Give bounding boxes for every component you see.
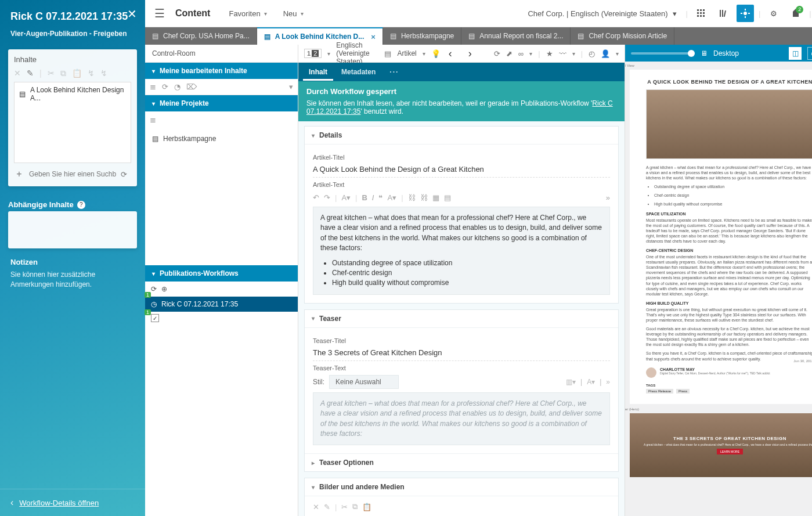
checkbox-checked-icon[interactable]: ✓ bbox=[151, 314, 159, 322]
teaser-header[interactable]: ▾Teaser bbox=[305, 310, 618, 328]
refresh-icon[interactable]: ⟳ bbox=[162, 82, 168, 91]
image-icon[interactable]: ▦ bbox=[432, 193, 439, 202]
editor-body[interactable]: ▾Details Artikel-Titel A Quick Look Behi… bbox=[298, 121, 625, 516]
globe-icon[interactable]: ⊕ bbox=[161, 285, 167, 293]
teaser-options-header[interactable]: ▸Teaser Optionen bbox=[305, 453, 618, 471]
reload-icon[interactable]: ⟳ bbox=[494, 49, 500, 58]
chevron-down-icon[interactable]: ▾ bbox=[289, 82, 293, 91]
copy-icon[interactable]: ⧉ bbox=[352, 502, 358, 511]
mode-full-icon[interactable]: ▭ bbox=[807, 47, 812, 60]
bulb-icon[interactable]: 💡 bbox=[431, 49, 441, 58]
article-text-area[interactable]: A great kitchen – what does that mean fo… bbox=[313, 207, 610, 295]
add-icon[interactable]: + bbox=[14, 169, 24, 179]
notes-hint[interactable]: Sie können hier zusätzliche Anmerkungen … bbox=[8, 270, 137, 290]
bold-icon[interactable]: B bbox=[362, 193, 367, 202]
new-dropdown[interactable]: Neu▾ bbox=[277, 6, 309, 21]
apps-icon[interactable] bbox=[692, 5, 710, 22]
details-header[interactable]: ▾Details bbox=[305, 127, 618, 145]
teaser-text-area[interactable]: A great kitchen – what does that mean fo… bbox=[313, 392, 610, 446]
control-room-title: Control-Room bbox=[145, 45, 298, 63]
workflow-details-link[interactable]: ‹ Workflow-Details öffnen bbox=[0, 489, 145, 516]
cut-icon[interactable]: ✂ bbox=[341, 503, 348, 511]
media-header[interactable]: ▾Bilder und andere Medien bbox=[305, 478, 618, 496]
tab-mission[interactable]: ▤Chef Corp Mission Article bbox=[571, 27, 674, 45]
nav-next-icon[interactable]: › bbox=[466, 48, 474, 60]
tab-content[interactable]: Inhalt bbox=[303, 63, 333, 81]
chevron-down-icon[interactable]: ▾ bbox=[327, 50, 330, 57]
timer-icon[interactable]: ◴ bbox=[589, 49, 595, 58]
open-icon[interactable]: ⬈ bbox=[506, 49, 513, 58]
quote-icon[interactable]: ❝ bbox=[378, 193, 382, 202]
table-icon[interactable]: ▤ bbox=[444, 193, 451, 202]
expand-icon[interactable]: » bbox=[606, 193, 610, 202]
close-icon[interactable]: ✕ bbox=[127, 7, 137, 21]
remove-icon[interactable]: ✕ bbox=[313, 503, 319, 511]
font-icon[interactable]: A▾ bbox=[587, 378, 595, 386]
library-icon[interactable] bbox=[714, 5, 732, 22]
close-tab-icon[interactable]: × bbox=[371, 33, 376, 41]
chevron-down-icon[interactable]: ▾ bbox=[529, 50, 532, 57]
link-icon[interactable]: ⛓ bbox=[408, 193, 416, 202]
chevron-down-icon[interactable]: ▾ bbox=[572, 50, 575, 57]
section-projects[interactable]: ▾Meine Projekte bbox=[145, 95, 298, 111]
hero-cta-button[interactable]: LEARN MORE bbox=[717, 449, 743, 454]
analytics-icon[interactable]: 〰 bbox=[559, 49, 566, 58]
author-bio: Digital Story Teller, Cat Mom, Dessert-N… bbox=[660, 371, 770, 375]
italic-icon[interactable]: I bbox=[372, 193, 374, 202]
help-icon[interactable]: ? bbox=[77, 201, 85, 209]
list-icon[interactable]: ≣ bbox=[150, 116, 156, 124]
tab-home[interactable]: ▤Chef Corp. USA Home Pa... bbox=[145, 27, 257, 45]
person-icon[interactable]: 👤 bbox=[601, 49, 610, 58]
refresh-icon[interactable]: ⟳ bbox=[121, 170, 131, 179]
notifications-icon[interactable]: 2 bbox=[787, 5, 804, 22]
tab-report[interactable]: ▤Annual Report on fiscal 2... bbox=[461, 27, 571, 45]
workflow-title: Rick C 07.12.2021 17:35 bbox=[10, 10, 135, 23]
section-edited[interactable]: ▾Meine bearbeiteten Inhalte bbox=[145, 63, 298, 79]
tab-more[interactable]: ··· bbox=[384, 63, 405, 81]
type-dropdown[interactable]: Artikel▾ bbox=[397, 49, 425, 57]
picker-icon[interactable]: ▥▾ bbox=[566, 378, 576, 386]
section-workflows[interactable]: ▾Publikations-Workflows bbox=[145, 265, 298, 282]
star-icon[interactable]: ★ bbox=[546, 49, 553, 58]
undo-icon[interactable]: ↶ bbox=[313, 193, 319, 202]
teaser-title-value[interactable]: The 3 Secrets of Great Kitchen Design bbox=[313, 346, 610, 361]
expand-icon[interactable]: » bbox=[606, 378, 610, 386]
tag[interactable]: Press bbox=[676, 389, 690, 394]
favorites-dropdown[interactable]: Favoriten▾ bbox=[223, 6, 272, 21]
site-dropdown[interactable]: Chef Corp. | Englisch (Vereinigte Staate… bbox=[528, 9, 676, 18]
project-item[interactable]: ▤Herbstkampagne bbox=[145, 131, 298, 146]
tab-metadata[interactable]: Metadaten bbox=[335, 63, 381, 81]
list-icon[interactable]: ≣ bbox=[150, 82, 156, 91]
zoom-slider[interactable] bbox=[631, 52, 695, 55]
article-title-value[interactable]: A Quick Look Behind the Design of a Grea… bbox=[313, 163, 610, 178]
font-icon[interactable]: A▾ bbox=[341, 193, 351, 202]
preview-subhead: SPACE UTILIZATION bbox=[646, 212, 812, 216]
focus-icon[interactable] bbox=[737, 5, 754, 22]
refresh-icon[interactable]: ⟳ bbox=[151, 285, 157, 293]
search-input[interactable] bbox=[28, 167, 117, 182]
nav-prev-icon[interactable]: ‹ bbox=[446, 48, 454, 60]
content-list-item[interactable]: ▤ A Look Behind Kitchen Design A... bbox=[15, 82, 131, 106]
unlink-icon[interactable]: ⛓̷ bbox=[420, 193, 428, 202]
chevron-down-icon: ▾ bbox=[301, 10, 304, 17]
edit-icon[interactable]: ✎ bbox=[27, 68, 34, 78]
filter-icon[interactable]: ◔ bbox=[174, 82, 181, 91]
clear-icon[interactable]: ⌦ bbox=[186, 82, 197, 91]
chevron-down-icon[interactable]: ▾ bbox=[616, 50, 619, 57]
tag[interactable]: Press Release bbox=[646, 389, 673, 394]
locale-dropdown[interactable]: Englisch (Vereinigte Staaten) bbox=[336, 41, 378, 66]
menu-icon[interactable]: ☰ bbox=[151, 4, 168, 23]
style-select[interactable]: Keine Auswahl bbox=[329, 375, 399, 389]
tab-campaign[interactable]: ▤Herbstkampagne bbox=[383, 27, 461, 45]
settings-icon[interactable]: ⚙ bbox=[765, 5, 782, 22]
workflow-tools: ⟳ ⊕ bbox=[145, 282, 298, 297]
workflow-item[interactable]: 1 ◷ Rick C 07.12.2021 17:35 bbox=[145, 297, 298, 312]
redo-icon[interactable]: ↷ bbox=[324, 193, 330, 202]
preview-body[interactable]: Detail View A QUICK LOOK BEHIND THE DESI… bbox=[625, 62, 812, 516]
font2-icon[interactable]: A▾ bbox=[387, 193, 396, 202]
version-icon[interactable]: 12 bbox=[304, 49, 322, 58]
edit-icon[interactable]: ✎ bbox=[324, 503, 330, 511]
paste-icon[interactable]: 📋 bbox=[362, 503, 371, 511]
share-icon[interactable]: ∞ bbox=[518, 49, 524, 58]
mode-split-icon[interactable]: ◫ bbox=[789, 47, 802, 60]
